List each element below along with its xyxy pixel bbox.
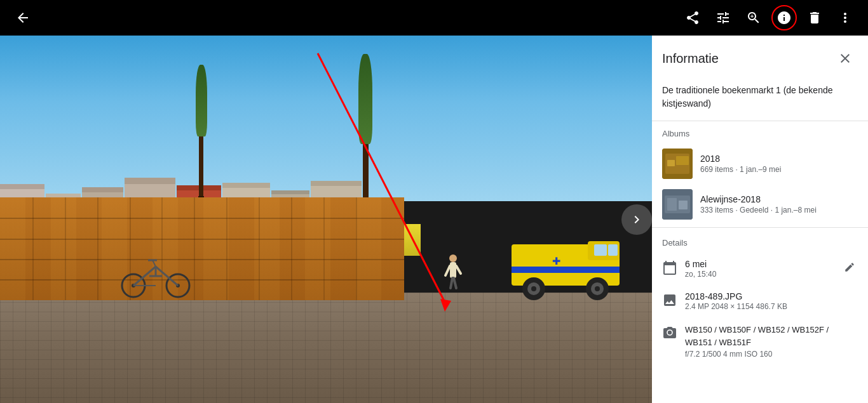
close-info-panel-button[interactable] [832,46,858,71]
album-alewijnse-date: 1 jan.–8 mei [775,206,816,215]
album-2018-items: 669 items [700,165,733,174]
svg-rect-34 [676,156,689,165]
camera-focal: 4 mm [723,350,742,359]
image-icon [662,293,677,308]
svg-line-16 [454,278,456,288]
svg-text:✚: ✚ [552,256,560,267]
ground [0,293,652,403]
date-sub: zo, 15:40 [685,270,834,279]
album-alewijnse-items: 333 items [700,206,733,215]
svg-rect-37 [667,198,677,211]
file-dimensions: 2048 × 1154 [711,302,754,311]
photo-scene: ✚ [0,36,652,403]
ambulance: ✚ [505,232,632,304]
svg-point-11 [449,254,457,262]
file-size: 486.7 KB [756,302,787,311]
album-alewijnse-item[interactable]: Alewijnse-2018 333 items · Gedeeld · 1 j… [652,184,868,225]
camera-specs: f/7.2 1/500 4 mm ISO 160 [685,350,858,359]
date-detail-row: 6 mei zo, 15:40 [652,253,868,285]
wood-wall [0,197,404,300]
album-2018-item[interactable]: 2018 669 items · 1 jan.–9 mei [652,143,868,184]
file-meta: 2.4 MP 2048 × 1154 486.7 KB [685,302,858,311]
date-detail-content: 6 mei zo, 15:40 [685,259,834,279]
svg-rect-12 [450,262,456,278]
main-content: ✚ [0,36,868,403]
delete-button[interactable] [802,5,827,30]
share-button[interactable] [680,5,705,30]
back-button[interactable] [10,5,36,30]
photo-area: ✚ [0,36,652,403]
top-bar [0,0,868,36]
albums-section-label: Albums [652,121,868,143]
album-alewijnse-name: Alewijnse-2018 [700,194,858,204]
file-name: 2018-489.JPG [685,291,858,301]
camera-iso: ISO 160 [744,350,772,359]
edit-sliders-button[interactable] [710,5,736,30]
album-alewijnse-meta: 333 items · Gedeeld · 1 jan.–8 mei [700,206,858,215]
svg-point-28 [595,286,600,291]
info-panel: Informatie De traditionele boekenmarkt 1… [652,36,868,403]
svg-point-25 [531,286,536,291]
zoom-button[interactable] [741,5,766,30]
svg-rect-20 [608,244,618,256]
divider-1 [652,227,868,228]
edit-date-button[interactable] [841,259,858,279]
camera-detail-content: WB150 / WB150F / WB152 / WB152F / WB151 … [685,324,858,359]
top-bar-right [680,5,858,30]
album-alewijnse-thumbnail [662,189,693,220]
details-section-label: Details [652,230,868,253]
info-button[interactable] [771,5,797,30]
album-2018-info: 2018 669 items · 1 jan.–9 mei [700,154,858,174]
album-alewijnse-info: Alewijnse-2018 333 items · Gedeeld · 1 j… [700,194,858,215]
svg-line-14 [456,266,461,274]
info-panel-title: Informatie [662,51,719,66]
album-2018-thumbnail [662,149,693,179]
calendar-icon [662,260,677,275]
album-2018-date: 1 jan.–9 mei [740,165,781,174]
bicycle [118,251,194,304]
album-2018-name: 2018 [700,154,858,164]
camera-detail-row: WB150 / WB150F / WB152 / WB152F / WB151 … [652,317,868,365]
camera-aperture: f/7.2 [685,350,700,359]
file-mp: 2.4 MP [685,302,709,311]
next-photo-button[interactable] [621,204,652,235]
top-bar-left [10,5,36,30]
svg-rect-33 [667,160,675,166]
camera-models: WB150 / WB150F / WB152 / WB152F / WB151 … [685,324,858,348]
info-panel-header: Informatie [652,36,868,76]
camera-icon [662,325,677,340]
file-detail-content: 2018-489.JPG 2.4 MP 2048 × 1154 486.7 KB [685,291,858,311]
svg-line-15 [451,278,452,288]
photo-title: De traditionele boekenmarkt 1 (de bekend… [652,76,868,121]
camera-shutter: 1/500 [702,350,721,359]
album-alewijnse-dot1: · Gedeeld · [735,206,775,215]
svg-rect-19 [594,244,607,256]
person [444,253,463,300]
more-options-button[interactable] [832,5,858,30]
svg-rect-21 [512,267,620,273]
date-main: 6 mei [685,259,834,269]
file-detail-row: 2018-489.JPG 2.4 MP 2048 × 1154 486.7 KB [652,285,868,317]
album-2018-meta: 669 items · 1 jan.–9 mei [700,165,858,174]
svg-line-13 [445,266,450,275]
svg-rect-38 [679,201,688,209]
